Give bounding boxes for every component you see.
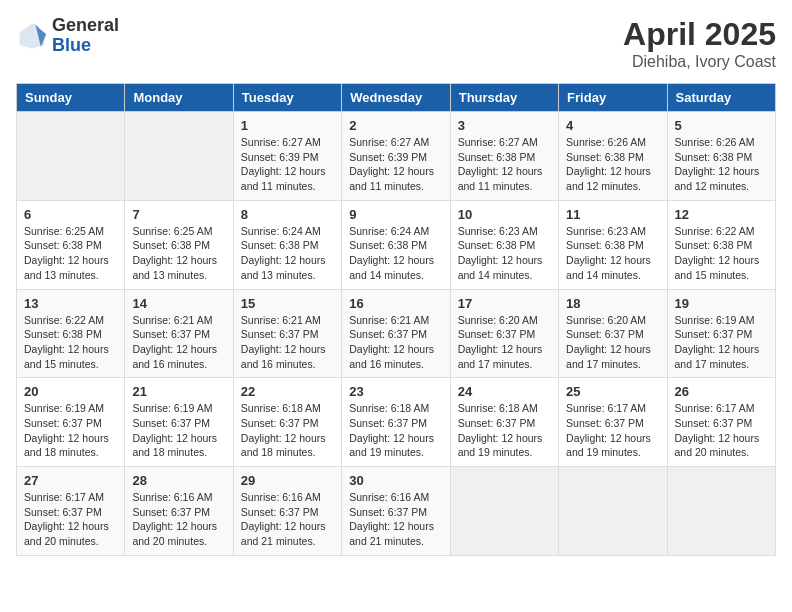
calendar-cell: 16Sunrise: 6:21 AM Sunset: 6:37 PM Dayli… [342,289,450,378]
day-number: 16 [349,296,442,311]
day-number: 2 [349,118,442,133]
calendar-cell: 24Sunrise: 6:18 AM Sunset: 6:37 PM Dayli… [450,378,558,467]
day-number: 29 [241,473,334,488]
day-info: Sunrise: 6:16 AM Sunset: 6:37 PM Dayligh… [241,490,334,549]
calendar-week-row: 20Sunrise: 6:19 AM Sunset: 6:37 PM Dayli… [17,378,776,467]
logo-icon [16,20,48,52]
calendar-cell: 2Sunrise: 6:27 AM Sunset: 6:39 PM Daylig… [342,112,450,201]
calendar-cell: 26Sunrise: 6:17 AM Sunset: 6:37 PM Dayli… [667,378,775,467]
day-number: 19 [675,296,768,311]
logo-text: General Blue [52,16,119,56]
calendar-cell [125,112,233,201]
calendar-cell: 14Sunrise: 6:21 AM Sunset: 6:37 PM Dayli… [125,289,233,378]
day-info: Sunrise: 6:23 AM Sunset: 6:38 PM Dayligh… [566,224,659,283]
calendar-cell [17,112,125,201]
calendar-cell: 4Sunrise: 6:26 AM Sunset: 6:38 PM Daylig… [559,112,667,201]
calendar-cell: 22Sunrise: 6:18 AM Sunset: 6:37 PM Dayli… [233,378,341,467]
day-number: 8 [241,207,334,222]
calendar-cell: 6Sunrise: 6:25 AM Sunset: 6:38 PM Daylig… [17,200,125,289]
day-info: Sunrise: 6:21 AM Sunset: 6:37 PM Dayligh… [132,313,225,372]
day-number: 9 [349,207,442,222]
calendar-cell: 11Sunrise: 6:23 AM Sunset: 6:38 PM Dayli… [559,200,667,289]
day-info: Sunrise: 6:18 AM Sunset: 6:37 PM Dayligh… [349,401,442,460]
weekday-header: Friday [559,84,667,112]
day-info: Sunrise: 6:27 AM Sunset: 6:39 PM Dayligh… [349,135,442,194]
day-info: Sunrise: 6:24 AM Sunset: 6:38 PM Dayligh… [349,224,442,283]
day-info: Sunrise: 6:27 AM Sunset: 6:38 PM Dayligh… [458,135,551,194]
day-number: 23 [349,384,442,399]
day-number: 24 [458,384,551,399]
calendar-cell [667,467,775,556]
day-number: 20 [24,384,117,399]
day-info: Sunrise: 6:22 AM Sunset: 6:38 PM Dayligh… [675,224,768,283]
calendar-cell: 8Sunrise: 6:24 AM Sunset: 6:38 PM Daylig… [233,200,341,289]
weekday-header: Saturday [667,84,775,112]
day-number: 27 [24,473,117,488]
day-number: 4 [566,118,659,133]
day-number: 7 [132,207,225,222]
day-info: Sunrise: 6:20 AM Sunset: 6:37 PM Dayligh… [458,313,551,372]
calendar-cell [559,467,667,556]
title-area: April 2025 Diehiba, Ivory Coast [623,16,776,71]
day-info: Sunrise: 6:22 AM Sunset: 6:38 PM Dayligh… [24,313,117,372]
calendar-cell: 21Sunrise: 6:19 AM Sunset: 6:37 PM Dayli… [125,378,233,467]
calendar-week-row: 27Sunrise: 6:17 AM Sunset: 6:37 PM Dayli… [17,467,776,556]
day-number: 25 [566,384,659,399]
day-number: 1 [241,118,334,133]
day-info: Sunrise: 6:17 AM Sunset: 6:37 PM Dayligh… [24,490,117,549]
calendar-cell: 30Sunrise: 6:16 AM Sunset: 6:37 PM Dayli… [342,467,450,556]
day-info: Sunrise: 6:18 AM Sunset: 6:37 PM Dayligh… [458,401,551,460]
day-number: 26 [675,384,768,399]
day-number: 21 [132,384,225,399]
day-info: Sunrise: 6:16 AM Sunset: 6:37 PM Dayligh… [132,490,225,549]
logo: General Blue [16,16,119,56]
calendar-subtitle: Diehiba, Ivory Coast [623,53,776,71]
calendar-week-row: 1Sunrise: 6:27 AM Sunset: 6:39 PM Daylig… [17,112,776,201]
calendar-cell: 18Sunrise: 6:20 AM Sunset: 6:37 PM Dayli… [559,289,667,378]
weekday-header: Thursday [450,84,558,112]
day-number: 17 [458,296,551,311]
calendar-cell: 15Sunrise: 6:21 AM Sunset: 6:37 PM Dayli… [233,289,341,378]
day-number: 14 [132,296,225,311]
day-info: Sunrise: 6:19 AM Sunset: 6:37 PM Dayligh… [675,313,768,372]
calendar-cell: 12Sunrise: 6:22 AM Sunset: 6:38 PM Dayli… [667,200,775,289]
calendar-cell: 29Sunrise: 6:16 AM Sunset: 6:37 PM Dayli… [233,467,341,556]
day-number: 30 [349,473,442,488]
day-info: Sunrise: 6:24 AM Sunset: 6:38 PM Dayligh… [241,224,334,283]
day-info: Sunrise: 6:18 AM Sunset: 6:37 PM Dayligh… [241,401,334,460]
day-number: 3 [458,118,551,133]
weekday-header: Tuesday [233,84,341,112]
calendar-cell: 1Sunrise: 6:27 AM Sunset: 6:39 PM Daylig… [233,112,341,201]
weekday-header: Sunday [17,84,125,112]
weekday-header: Monday [125,84,233,112]
day-info: Sunrise: 6:23 AM Sunset: 6:38 PM Dayligh… [458,224,551,283]
calendar-title: April 2025 [623,16,776,53]
day-info: Sunrise: 6:20 AM Sunset: 6:37 PM Dayligh… [566,313,659,372]
day-info: Sunrise: 6:19 AM Sunset: 6:37 PM Dayligh… [24,401,117,460]
day-info: Sunrise: 6:16 AM Sunset: 6:37 PM Dayligh… [349,490,442,549]
day-info: Sunrise: 6:19 AM Sunset: 6:37 PM Dayligh… [132,401,225,460]
calendar-cell: 25Sunrise: 6:17 AM Sunset: 6:37 PM Dayli… [559,378,667,467]
calendar-cell: 7Sunrise: 6:25 AM Sunset: 6:38 PM Daylig… [125,200,233,289]
calendar-cell: 28Sunrise: 6:16 AM Sunset: 6:37 PM Dayli… [125,467,233,556]
day-info: Sunrise: 6:27 AM Sunset: 6:39 PM Dayligh… [241,135,334,194]
day-number: 15 [241,296,334,311]
calendar-cell [450,467,558,556]
day-info: Sunrise: 6:26 AM Sunset: 6:38 PM Dayligh… [675,135,768,194]
day-number: 10 [458,207,551,222]
day-number: 6 [24,207,117,222]
calendar-cell: 3Sunrise: 6:27 AM Sunset: 6:38 PM Daylig… [450,112,558,201]
calendar-cell: 9Sunrise: 6:24 AM Sunset: 6:38 PM Daylig… [342,200,450,289]
calendar-cell: 19Sunrise: 6:19 AM Sunset: 6:37 PM Dayli… [667,289,775,378]
weekday-header: Wednesday [342,84,450,112]
weekday-header-row: SundayMondayTuesdayWednesdayThursdayFrid… [17,84,776,112]
day-info: Sunrise: 6:17 AM Sunset: 6:37 PM Dayligh… [675,401,768,460]
day-info: Sunrise: 6:25 AM Sunset: 6:38 PM Dayligh… [24,224,117,283]
day-info: Sunrise: 6:21 AM Sunset: 6:37 PM Dayligh… [241,313,334,372]
calendar-cell: 17Sunrise: 6:20 AM Sunset: 6:37 PM Dayli… [450,289,558,378]
calendar-cell: 10Sunrise: 6:23 AM Sunset: 6:38 PM Dayli… [450,200,558,289]
day-number: 18 [566,296,659,311]
day-number: 5 [675,118,768,133]
calendar-cell: 20Sunrise: 6:19 AM Sunset: 6:37 PM Dayli… [17,378,125,467]
day-info: Sunrise: 6:25 AM Sunset: 6:38 PM Dayligh… [132,224,225,283]
